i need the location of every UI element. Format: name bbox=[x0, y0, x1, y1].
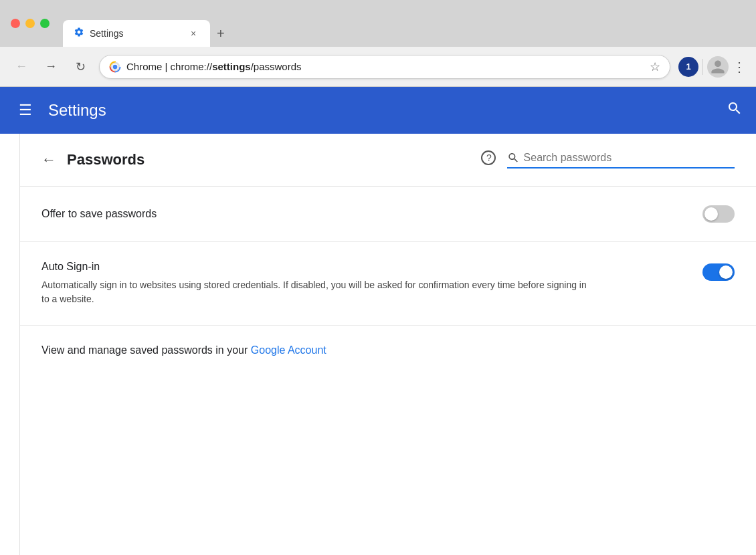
content-area: ← Passwords ? Offer to save passwords bbox=[20, 134, 756, 555]
settings-title-text: Settings bbox=[48, 101, 106, 120]
offer-save-label: Offer to save passwords bbox=[41, 208, 157, 220]
search-passwords-field[interactable] bbox=[507, 151, 735, 169]
maximize-window-button[interactable] bbox=[40, 19, 50, 28]
google-account-link[interactable]: Google Account bbox=[251, 344, 326, 356]
auto-signin-row: Auto Sign-in Automatically sign in to we… bbox=[20, 242, 756, 326]
search-icon bbox=[507, 151, 520, 164]
address-text: Chrome | chrome://settings/passwords bbox=[126, 61, 644, 72]
auto-signin-title: Auto Sign-in bbox=[41, 261, 681, 273]
minimize-window-button[interactable] bbox=[25, 19, 35, 28]
new-tab-button[interactable]: + bbox=[210, 20, 231, 47]
offer-save-passwords-row: Offer to save passwords bbox=[20, 187, 756, 242]
profile-button[interactable] bbox=[707, 56, 729, 78]
site-name: Chrome bbox=[126, 61, 162, 72]
chrome-menu-button[interactable]: ⋮ bbox=[733, 59, 745, 75]
passwords-help-button[interactable]: ? bbox=[480, 150, 496, 170]
extensions-area: 1 ⋮ bbox=[678, 56, 745, 78]
left-sidebar bbox=[0, 134, 20, 555]
address-bar[interactable]: Chrome | chrome://settings/passwords ☆ bbox=[99, 55, 670, 79]
reload-button[interactable]: ↻ bbox=[70, 56, 91, 78]
tab-close-button[interactable]: × bbox=[187, 27, 199, 39]
tab-label: Settings bbox=[90, 28, 124, 39]
settings-header: ☰ Settings bbox=[0, 87, 756, 134]
url-prefix: chrome:// bbox=[171, 61, 213, 72]
nav-divider bbox=[702, 59, 703, 75]
passwords-back-button[interactable]: ← bbox=[41, 151, 56, 169]
svg-text:?: ? bbox=[486, 152, 492, 163]
auto-signin-toggle-thumb bbox=[719, 265, 733, 279]
titlebar: Settings × + bbox=[0, 0, 756, 47]
offer-save-toggle-thumb bbox=[704, 207, 718, 221]
passwords-header: ← Passwords ? bbox=[20, 134, 756, 187]
auto-signin-toggle[interactable] bbox=[702, 263, 735, 281]
settings-tab[interactable]: Settings × bbox=[63, 20, 210, 47]
navbar: ← → ↻ Chrome | chrome://settings/passwor… bbox=[0, 47, 756, 87]
auto-signin-description: Automatically sign in to websites using … bbox=[41, 278, 590, 306]
sidebar-menu-button[interactable]: ☰ bbox=[13, 96, 37, 124]
close-window-button[interactable] bbox=[11, 19, 20, 28]
url-suffix: /passwords bbox=[251, 61, 302, 72]
site-favicon bbox=[109, 61, 121, 73]
1password-extension-button[interactable]: 1 bbox=[678, 57, 698, 77]
google-account-text: View and manage saved passwords in your bbox=[41, 344, 251, 356]
main-content: ← Passwords ? Offer to save passwords bbox=[0, 134, 756, 555]
bookmark-button[interactable]: ☆ bbox=[650, 60, 660, 74]
settings-tab-icon bbox=[74, 27, 84, 40]
back-button[interactable]: ← bbox=[11, 56, 32, 78]
settings-search-button[interactable] bbox=[727, 100, 743, 120]
url-bold: settings bbox=[212, 61, 251, 72]
svg-point-6 bbox=[113, 64, 118, 69]
offer-save-toggle[interactable] bbox=[702, 205, 735, 223]
window-controls bbox=[11, 19, 50, 28]
search-passwords-input[interactable] bbox=[524, 152, 735, 164]
forward-button[interactable]: → bbox=[40, 56, 62, 78]
google-account-row: View and manage saved passwords in your … bbox=[20, 326, 756, 375]
auto-signin-content: Auto Sign-in Automatically sign in to we… bbox=[41, 261, 681, 306]
passwords-page-title: Passwords bbox=[67, 151, 145, 169]
